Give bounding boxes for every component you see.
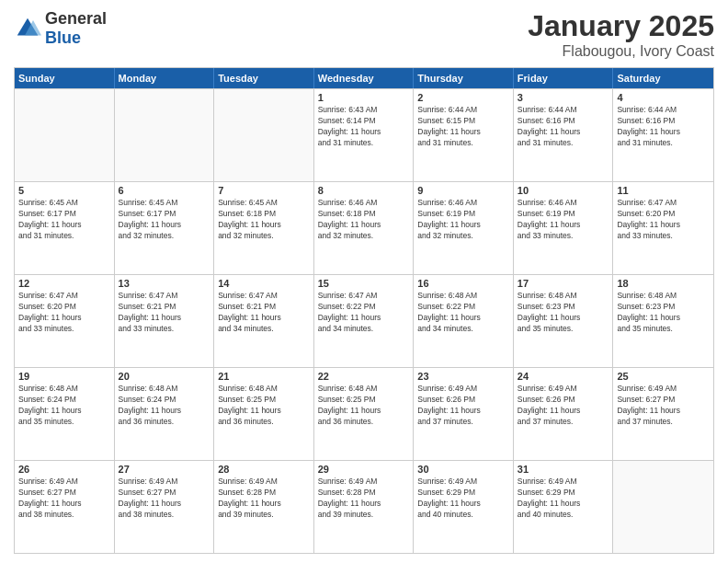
day-info: Sunrise: 6:46 AM Sunset: 6:18 PM Dayligh…	[318, 198, 410, 242]
day-info: Sunrise: 6:49 AM Sunset: 6:29 PM Dayligh…	[518, 477, 609, 521]
day-info: Sunrise: 6:48 AM Sunset: 6:23 PM Dayligh…	[617, 291, 710, 335]
day-info: Sunrise: 6:48 AM Sunset: 6:25 PM Dayligh…	[318, 384, 410, 428]
day-info: Sunrise: 6:44 AM Sunset: 6:15 PM Dayligh…	[417, 105, 509, 149]
day-info: Sunrise: 6:47 AM Sunset: 6:20 PM Dayligh…	[617, 198, 710, 242]
empty-cell	[115, 89, 215, 181]
day-cell-22: 22Sunrise: 6:48 AM Sunset: 6:25 PM Dayli…	[314, 368, 415, 460]
day-cell-24: 24Sunrise: 6:49 AM Sunset: 6:26 PM Dayli…	[514, 368, 614, 460]
day-number: 4	[617, 92, 710, 103]
day-info: Sunrise: 6:49 AM Sunset: 6:27 PM Dayligh…	[18, 477, 110, 521]
day-info: Sunrise: 6:49 AM Sunset: 6:27 PM Dayligh…	[617, 384, 710, 428]
day-cell-25: 25Sunrise: 6:49 AM Sunset: 6:27 PM Dayli…	[613, 368, 713, 460]
day-cell-28: 28Sunrise: 6:49 AM Sunset: 6:28 PM Dayli…	[214, 461, 314, 553]
day-cell-29: 29Sunrise: 6:49 AM Sunset: 6:28 PM Dayli…	[314, 461, 415, 553]
day-number: 9	[417, 185, 509, 196]
day-number: 3	[518, 92, 609, 103]
day-number: 25	[617, 371, 710, 382]
day-info: Sunrise: 6:49 AM Sunset: 6:28 PM Dayligh…	[218, 477, 310, 521]
calendar-week-5: 26Sunrise: 6:49 AM Sunset: 6:27 PM Dayli…	[15, 460, 713, 553]
calendar-body: 1Sunrise: 6:43 AM Sunset: 6:14 PM Daylig…	[15, 88, 713, 553]
day-info: Sunrise: 6:48 AM Sunset: 6:24 PM Dayligh…	[18, 384, 110, 428]
logo: General Blue	[14, 9, 107, 48]
day-number: 10	[518, 185, 609, 196]
header: General Blue January 2025 Flabougou, Ivo…	[14, 9, 714, 60]
day-cell-14: 14Sunrise: 6:47 AM Sunset: 6:21 PM Dayli…	[214, 275, 314, 367]
day-number: 15	[318, 278, 410, 289]
day-number: 2	[417, 92, 509, 103]
day-number: 28	[218, 464, 310, 475]
day-cell-31: 31Sunrise: 6:49 AM Sunset: 6:29 PM Dayli…	[514, 461, 614, 553]
day-number: 19	[18, 371, 110, 382]
calendar-week-4: 19Sunrise: 6:48 AM Sunset: 6:24 PM Dayli…	[15, 367, 713, 460]
day-cell-19: 19Sunrise: 6:48 AM Sunset: 6:24 PM Dayli…	[15, 368, 115, 460]
empty-cell	[613, 461, 713, 553]
day-number: 1	[318, 92, 410, 103]
calendar: SundayMondayTuesdayWednesdayThursdayFrid…	[14, 67, 714, 554]
day-number: 7	[218, 185, 310, 196]
day-number: 30	[417, 464, 509, 475]
calendar-header: SundayMondayTuesdayWednesdayThursdayFrid…	[15, 68, 713, 88]
logo-icon	[14, 15, 41, 42]
day-info: Sunrise: 6:49 AM Sunset: 6:28 PM Dayligh…	[318, 477, 410, 521]
page-subtitle: Flabougou, Ivory Coast	[528, 43, 714, 60]
day-of-week-wednesday: Wednesday	[314, 68, 415, 88]
day-cell-18: 18Sunrise: 6:48 AM Sunset: 6:23 PM Dayli…	[613, 275, 713, 367]
day-number: 16	[417, 278, 509, 289]
day-info: Sunrise: 6:48 AM Sunset: 6:23 PM Dayligh…	[518, 291, 609, 335]
page-title: January 2025	[528, 9, 714, 43]
day-info: Sunrise: 6:47 AM Sunset: 6:20 PM Dayligh…	[18, 291, 110, 335]
day-info: Sunrise: 6:44 AM Sunset: 6:16 PM Dayligh…	[518, 105, 609, 149]
day-cell-2: 2Sunrise: 6:44 AM Sunset: 6:15 PM Daylig…	[414, 89, 514, 181]
day-number: 26	[18, 464, 110, 475]
day-info: Sunrise: 6:45 AM Sunset: 6:18 PM Dayligh…	[218, 198, 310, 242]
day-number: 12	[18, 278, 110, 289]
day-info: Sunrise: 6:49 AM Sunset: 6:29 PM Dayligh…	[417, 477, 509, 521]
day-number: 22	[318, 371, 410, 382]
day-cell-12: 12Sunrise: 6:47 AM Sunset: 6:20 PM Dayli…	[15, 275, 115, 367]
day-cell-17: 17Sunrise: 6:48 AM Sunset: 6:23 PM Dayli…	[514, 275, 614, 367]
day-number: 8	[318, 185, 410, 196]
day-info: Sunrise: 6:48 AM Sunset: 6:24 PM Dayligh…	[119, 384, 210, 428]
day-of-week-saturday: Saturday	[613, 68, 713, 88]
day-number: 14	[218, 278, 310, 289]
day-of-week-tuesday: Tuesday	[214, 68, 314, 88]
day-info: Sunrise: 6:44 AM Sunset: 6:16 PM Dayligh…	[617, 105, 710, 149]
day-cell-6: 6Sunrise: 6:45 AM Sunset: 6:17 PM Daylig…	[115, 182, 215, 274]
day-number: 29	[318, 464, 410, 475]
day-info: Sunrise: 6:49 AM Sunset: 6:27 PM Dayligh…	[119, 477, 210, 521]
day-number: 23	[417, 371, 509, 382]
empty-cell	[214, 89, 314, 181]
day-info: Sunrise: 6:46 AM Sunset: 6:19 PM Dayligh…	[417, 198, 509, 242]
day-number: 6	[119, 185, 210, 196]
day-cell-11: 11Sunrise: 6:47 AM Sunset: 6:20 PM Dayli…	[613, 182, 713, 274]
day-number: 5	[18, 185, 110, 196]
day-cell-20: 20Sunrise: 6:48 AM Sunset: 6:24 PM Dayli…	[115, 368, 215, 460]
empty-cell	[15, 89, 115, 181]
day-cell-30: 30Sunrise: 6:49 AM Sunset: 6:29 PM Dayli…	[414, 461, 514, 553]
day-of-week-sunday: Sunday	[15, 68, 115, 88]
calendar-week-3: 12Sunrise: 6:47 AM Sunset: 6:20 PM Dayli…	[15, 274, 713, 367]
day-cell-26: 26Sunrise: 6:49 AM Sunset: 6:27 PM Dayli…	[15, 461, 115, 553]
day-cell-10: 10Sunrise: 6:46 AM Sunset: 6:19 PM Dayli…	[514, 182, 614, 274]
day-cell-16: 16Sunrise: 6:48 AM Sunset: 6:22 PM Dayli…	[414, 275, 514, 367]
day-cell-4: 4Sunrise: 6:44 AM Sunset: 6:16 PM Daylig…	[613, 89, 713, 181]
day-info: Sunrise: 6:47 AM Sunset: 6:21 PM Dayligh…	[218, 291, 310, 335]
day-cell-9: 9Sunrise: 6:46 AM Sunset: 6:19 PM Daylig…	[414, 182, 514, 274]
day-info: Sunrise: 6:47 AM Sunset: 6:22 PM Dayligh…	[318, 291, 410, 335]
day-number: 17	[518, 278, 609, 289]
day-info: Sunrise: 6:43 AM Sunset: 6:14 PM Dayligh…	[318, 105, 410, 149]
day-number: 21	[218, 371, 310, 382]
day-number: 27	[119, 464, 210, 475]
day-cell-5: 5Sunrise: 6:45 AM Sunset: 6:17 PM Daylig…	[15, 182, 115, 274]
title-block: January 2025 Flabougou, Ivory Coast	[528, 9, 714, 60]
day-number: 18	[617, 278, 710, 289]
day-cell-8: 8Sunrise: 6:46 AM Sunset: 6:18 PM Daylig…	[314, 182, 415, 274]
day-cell-23: 23Sunrise: 6:49 AM Sunset: 6:26 PM Dayli…	[414, 368, 514, 460]
day-info: Sunrise: 6:45 AM Sunset: 6:17 PM Dayligh…	[18, 198, 110, 242]
day-of-week-friday: Friday	[514, 68, 614, 88]
day-info: Sunrise: 6:49 AM Sunset: 6:26 PM Dayligh…	[518, 384, 609, 428]
day-number: 24	[518, 371, 609, 382]
calendar-week-1: 1Sunrise: 6:43 AM Sunset: 6:14 PM Daylig…	[15, 88, 713, 181]
day-cell-27: 27Sunrise: 6:49 AM Sunset: 6:27 PM Dayli…	[115, 461, 215, 553]
calendar-week-2: 5Sunrise: 6:45 AM Sunset: 6:17 PM Daylig…	[15, 181, 713, 274]
